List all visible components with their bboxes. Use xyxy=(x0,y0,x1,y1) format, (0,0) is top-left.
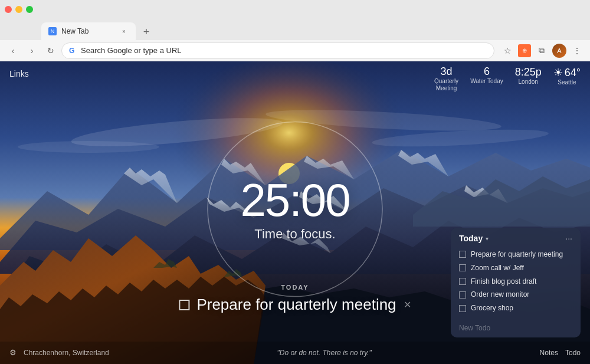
tab-title: New Tab xyxy=(61,27,114,35)
todo-check-3[interactable] xyxy=(459,278,466,285)
extension-icon[interactable]: ⊕ xyxy=(518,44,531,57)
maximize-window-button[interactable] xyxy=(26,6,33,13)
forward-button[interactable]: › xyxy=(24,42,40,59)
weather-widget[interactable]: ☀ 64° Seattle xyxy=(553,66,581,86)
clock-time: 25:00 xyxy=(240,176,349,222)
svg-point-5 xyxy=(18,141,159,153)
current-task-row: Prepare for quarterly meeting ✕ xyxy=(179,296,411,314)
top-left-area: Links xyxy=(9,68,29,79)
bottom-right-buttons: Notes Todo xyxy=(540,349,581,357)
toolbar-icons: ☆ ⊕ ⧉ A ⋮ xyxy=(499,42,585,59)
todo-item-3[interactable]: Finish blog post draft xyxy=(451,275,581,288)
clock-subtitle: Time to focus. xyxy=(254,226,335,241)
todo-item-1[interactable]: Prepare for quarterly meeting xyxy=(451,248,581,261)
new-tab-button[interactable]: + xyxy=(138,24,155,40)
google-icon: G xyxy=(69,47,77,55)
todo-item-4[interactable]: Order new monitor xyxy=(451,288,581,301)
todo-chevron-icon: ▾ xyxy=(486,235,489,242)
todo-check-4[interactable] xyxy=(459,291,466,299)
task-text: Prepare for quarterly meeting xyxy=(196,296,396,314)
browser-chrome: N New Tab × + ‹ › ↻ G Search Google or t… xyxy=(0,0,590,61)
clock-ring: 25:00 Time to focus. xyxy=(201,114,389,303)
todo-button[interactable]: Todo xyxy=(565,349,581,357)
title-bar xyxy=(0,0,590,19)
location-info: ⚙ Chrachenhorn, Switzerland xyxy=(9,348,109,358)
time-widget[interactable]: 8:25p London xyxy=(515,66,542,86)
address-bar: ‹ › ↻ G Search Google or type a URL ☆ ⊕ … xyxy=(0,40,590,61)
todo-text-5: Grocery shop xyxy=(471,303,513,313)
new-todo-placeholder: New Todo xyxy=(459,324,490,332)
profile-avatar[interactable]: A xyxy=(552,44,566,58)
weather-display: ☀ 64° xyxy=(553,66,581,79)
reload-button[interactable]: ↻ xyxy=(42,42,59,59)
todo-check-1[interactable] xyxy=(459,251,466,258)
weather-label: Seattle xyxy=(558,79,576,86)
todo-title: Today xyxy=(459,234,483,243)
address-input-wrapper[interactable]: G Search Google or type a URL xyxy=(61,42,494,59)
chrome-menu-button[interactable]: ⋮ xyxy=(569,42,585,59)
todo-text-3: Finish blog post draft xyxy=(471,277,536,287)
tab-bar: N New Tab × + xyxy=(0,19,590,40)
settings-icon[interactable]: ⚙ xyxy=(9,348,19,358)
todo-item-2[interactable]: Zoom call w/ Jeff xyxy=(451,261,581,275)
weather-icon: ☀ xyxy=(553,66,563,79)
countdown-widget[interactable]: 3d QuarterlyMeeting xyxy=(434,66,458,92)
todo-text-1: Prepare for quarterly meeting xyxy=(471,250,563,260)
todo-header: Today ▾ ··· xyxy=(451,228,581,247)
todo-panel: Today ▾ ··· Prepare for quarterly meetin… xyxy=(451,228,581,337)
task-checkbox[interactable] xyxy=(179,300,189,310)
todo-title-row[interactable]: Today ▾ xyxy=(459,234,489,243)
weather-temp: 64° xyxy=(565,67,581,79)
address-text: Search Google or type a URL xyxy=(81,46,487,55)
new-todo-area[interactable]: New Todo xyxy=(451,320,581,337)
notes-button[interactable]: Notes xyxy=(540,349,558,357)
quote-text: "Do or do not. There is no try." xyxy=(277,349,371,357)
back-button[interactable]: ‹ xyxy=(5,42,21,59)
bottom-bar: ⚙ Chrachenhorn, Switzerland "Do or do no… xyxy=(0,342,590,364)
water-widget[interactable]: 6 Water Today xyxy=(470,66,503,85)
water-label: Water Today xyxy=(470,78,503,85)
todo-item-5[interactable]: Grocery shop xyxy=(451,301,581,315)
today-label: TODAY xyxy=(179,284,411,291)
links-button[interactable]: Links xyxy=(9,69,29,78)
location-text: Chrachenhorn, Switzerland xyxy=(24,349,109,357)
todo-text-4: Order new monitor xyxy=(471,290,529,300)
todo-list: Prepare for quarterly meeting Zoom call … xyxy=(451,247,581,320)
extensions-button[interactable]: ⧉ xyxy=(533,42,550,59)
close-window-button[interactable] xyxy=(5,6,12,13)
todo-menu-button[interactable]: ··· xyxy=(565,234,572,243)
tab-favicon: N xyxy=(48,27,57,35)
task-section: TODAY Prepare for quarterly meeting ✕ xyxy=(179,284,411,314)
bookmark-button[interactable]: ☆ xyxy=(499,42,516,59)
todo-check-2[interactable] xyxy=(459,264,466,271)
water-value: 6 xyxy=(484,66,490,78)
page: Links 3d QuarterlyMeeting 6 Water Today … xyxy=(0,61,590,364)
active-tab[interactable]: N New Tab × xyxy=(41,22,136,40)
top-right-widgets: 3d QuarterlyMeeting 6 Water Today 8:25p … xyxy=(434,66,581,92)
task-dismiss-button[interactable]: ✕ xyxy=(404,299,411,310)
time-label: London xyxy=(519,78,538,86)
todo-text-2: Zoom call w/ Jeff xyxy=(471,263,524,273)
minimize-window-button[interactable] xyxy=(15,6,22,13)
tab-close-button[interactable]: × xyxy=(119,27,129,36)
countdown-value: 3d xyxy=(441,66,453,78)
time-value: 8:25p xyxy=(515,66,542,78)
todo-check-5[interactable] xyxy=(459,305,466,312)
clock-container[interactable]: 25:00 Time to focus. xyxy=(201,114,389,303)
countdown-label: QuarterlyMeeting xyxy=(434,78,458,92)
